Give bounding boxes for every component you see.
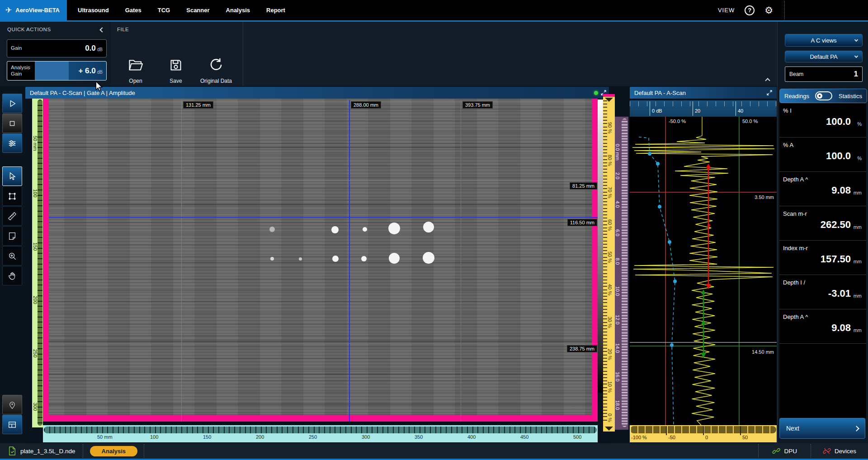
region-select-tool-button[interactable] <box>2 186 22 206</box>
mouse-cursor <box>95 81 103 92</box>
devices-status[interactable]: Devices <box>811 447 868 455</box>
save-label: Save <box>170 78 182 84</box>
reading-label: Depth I / <box>783 279 805 286</box>
tab-statistics[interactable]: Statistics <box>839 93 862 100</box>
readings-statistics-toggle[interactable] <box>815 91 832 100</box>
depth-ruler-label: 0.0 mm <box>615 144 620 161</box>
analysis-gain-label: Analysis Gain <box>11 65 30 76</box>
amplitude-ruler-label: 10 % <box>607 381 613 393</box>
reading-value: 100.0 <box>826 150 851 162</box>
index-ruler-label: 150 <box>33 242 38 251</box>
measure-tool-button[interactable] <box>2 206 22 226</box>
depth-ruler-label: 16.0 <box>615 372 620 381</box>
menu-report[interactable]: Report <box>266 7 285 14</box>
scan-ruler-label: 350 <box>415 434 423 440</box>
beam-value: 1 <box>854 70 858 79</box>
red-scan-cursor[interactable] <box>181 100 182 422</box>
scan-ruler-label: 100 <box>150 434 158 440</box>
scan-ruler-label: 300 <box>362 434 370 440</box>
expand-icon[interactable] <box>766 90 773 96</box>
dpu-status[interactable]: DPU <box>759 447 811 455</box>
select-tool-button[interactable] <box>2 166 22 186</box>
top-menu-bar: ✈ AeroView-BETA Ultrasound Gates TCG Sca… <box>0 0 868 20</box>
open-button[interactable]: Open <box>116 57 155 84</box>
tcg-curve <box>639 137 675 425</box>
menu-analysis[interactable]: Analysis <box>226 7 250 14</box>
cscan-image[interactable] <box>43 99 598 422</box>
amplitude-ruler-label: 70 % <box>607 187 613 198</box>
cursor-tag: 116.50 mm <box>567 219 597 226</box>
cursor-tag: 81.25 mm <box>570 182 597 190</box>
reading-row: Scan m-r 262.50 mm <box>779 206 866 241</box>
cscan-title: Default PA - C-Scan | Gate A | Amplitude <box>30 90 135 96</box>
annotation-tool-button[interactable] <box>2 226 22 246</box>
green-scan-cursor[interactable] <box>461 100 461 422</box>
sliders-icon <box>7 138 17 148</box>
tcg-points <box>648 152 677 347</box>
index-ruler-ticks <box>38 100 42 426</box>
chevron-right-icon <box>854 426 859 432</box>
statusbar-separator <box>83 444 83 458</box>
indication-dot <box>363 227 367 232</box>
link-icon <box>772 447 780 455</box>
gain-field[interactable]: Gain 0.0 dB <box>7 39 107 57</box>
ascan-plot[interactable]: -50.0 % 50.0 % 3.50 mm 14.50 mm <box>630 117 777 425</box>
original-data-button[interactable]: Original Data <box>197 57 236 84</box>
add-location-button[interactable] <box>2 395 22 414</box>
zoom-tool-button[interactable] <box>2 246 22 266</box>
blue-scan-cursor[interactable] <box>349 100 350 422</box>
table-view-button[interactable] <box>2 415 22 434</box>
reading-unit: % <box>857 156 862 161</box>
save-button[interactable]: Save <box>156 57 195 84</box>
open-filename[interactable]: plate_1_3.5L_D.nde <box>20 448 75 455</box>
menu-gates[interactable]: Gates <box>125 7 142 14</box>
db-major-tick <box>693 101 693 116</box>
chevron-down-icon <box>854 54 858 58</box>
reading-row: Depth I / -3.01 mm <box>779 275 866 309</box>
db-ruler-label: 20 <box>695 108 700 114</box>
cscan-scan-ruler: 50 mm 100 150 200 250 300 350 400 450 50… <box>43 425 598 442</box>
app-title: AeroView-BETA <box>15 7 60 14</box>
menu-tcg[interactable]: TCG <box>158 7 170 14</box>
index-ruler-label: 100 <box>33 189 38 197</box>
indication-dot <box>423 222 434 232</box>
app-tab[interactable]: ✈ AeroView-BETA <box>0 0 67 20</box>
collapse-ribbon-icon[interactable] <box>765 78 770 83</box>
scan-ruler-label: 150 <box>203 434 211 440</box>
menu-scanner[interactable]: Scanner <box>186 7 209 14</box>
gain-label: Gain <box>11 45 22 51</box>
db-major-tick <box>736 101 736 116</box>
analysis-gain-slider[interactable]: Analysis Gain + 6.0 dB <box>7 61 107 81</box>
views-dropdown[interactable]: A C views <box>785 34 863 47</box>
stop-button[interactable] <box>2 114 22 133</box>
percent-cursor-label: -50.0 % <box>669 119 686 124</box>
devices-label: Devices <box>835 448 856 455</box>
cursor-tag: 131.25 mm <box>183 101 213 109</box>
play-button[interactable] <box>2 94 22 113</box>
next-button[interactable]: Next <box>779 418 865 439</box>
help-icon[interactable]: ? <box>745 5 755 15</box>
view-menu[interactable]: VIEW <box>718 7 735 14</box>
beam-field[interactable]: Beam 1 <box>785 66 863 82</box>
display-settings-button[interactable] <box>2 133 22 153</box>
reading-row: Depth A ^ 9.08 mm <box>779 309 866 344</box>
mode-badge[interactable]: Analysis <box>90 446 137 456</box>
pa-dropdown[interactable]: Default PA <box>785 51 863 62</box>
cscan-title-bar[interactable]: Default PA - C-Scan | Gate A | Amplitude <box>25 87 609 99</box>
pan-tool-button[interactable] <box>2 266 22 285</box>
percent-ruler-label: 0 <box>705 435 708 440</box>
blue-index-cursor[interactable] <box>49 217 598 218</box>
note-icon <box>7 231 17 241</box>
ascan-window: Default PA - A-Scan 0 dB 20 40 <box>630 87 777 442</box>
red-index-cursor[interactable] <box>49 180 598 181</box>
gear-icon[interactable]: ⚙ <box>764 5 773 15</box>
depth-ruler: 0.0 mm 2.0 4.0 6.0 8.0 10.0 12.0 14.0 16… <box>615 117 628 430</box>
ascan-title-bar[interactable]: Default PA - A-Scan <box>630 87 777 99</box>
menu-ultrasound[interactable]: Ultrasound <box>78 7 109 14</box>
indication-dot <box>388 223 400 234</box>
tab-readings[interactable]: Readings <box>784 93 809 100</box>
application-window: ✈ AeroView-BETA Ultrasound Gates TCG Sca… <box>0 0 868 460</box>
ascan-title: Default PA - A-Scan <box>634 90 686 96</box>
collapse-quick-actions-icon[interactable] <box>99 27 104 32</box>
green-index-cursor[interactable] <box>49 343 598 344</box>
